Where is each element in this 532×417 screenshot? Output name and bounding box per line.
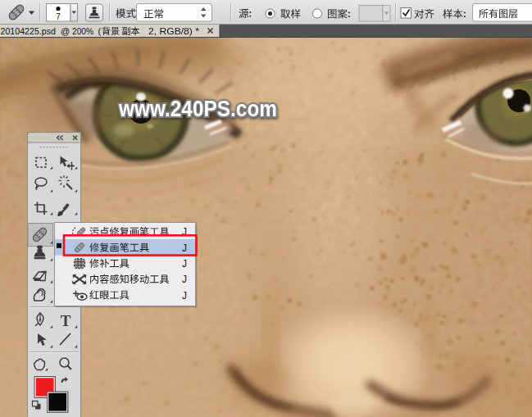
svg-text:www.240PS.com: www.240PS.com bbox=[118, 96, 277, 121]
svg-text:7: 7 bbox=[56, 12, 61, 21]
svg-text:J: J bbox=[182, 290, 187, 301]
svg-text:200%: 200% bbox=[72, 26, 93, 36]
svg-text:J: J bbox=[182, 242, 187, 254]
svg-text:20104225.psd: 20104225.psd bbox=[1, 26, 57, 36]
svg-text:J: J bbox=[182, 274, 187, 285]
svg-text:J: J bbox=[182, 258, 187, 270]
svg-text:T: T bbox=[61, 312, 71, 329]
svg-text:2, RGB/8) *: 2, RGB/8) * bbox=[148, 26, 200, 36]
svg-text:(: ( bbox=[98, 26, 102, 36]
svg-text:@: @ bbox=[61, 26, 70, 36]
